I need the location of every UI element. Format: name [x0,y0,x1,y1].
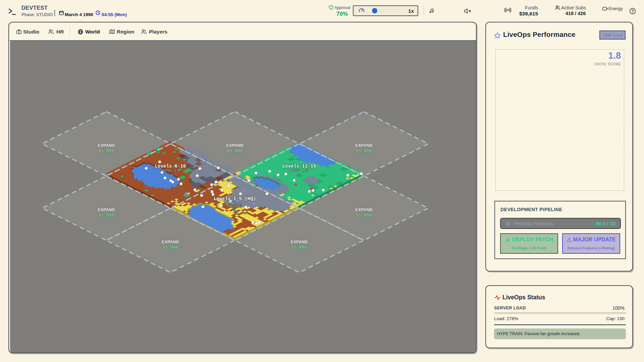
svg-text:EXPAND: EXPAND [290,240,308,244]
svg-text:Sector -1,0: Sector -1,0 [161,169,180,172]
svg-text:$5,000: $5,000 [99,148,114,154]
svg-text:EXPAND: EXPAND [355,143,372,148]
svg-text:EXPAND: EXPAND [226,143,243,148]
svg-text:Levels 1-5 (HQ): Levels 1-5 (HQ) [214,196,256,201]
svg-text:EXPAND: EXPAND [162,240,179,244]
svg-text:Sector 0,-1: Sector 0,-1 [290,169,309,172]
svg-text:Region 1: Region 1 [228,201,242,205]
svg-text:(ACTIVE): (ACTIVE) [227,205,242,208]
svg-text:$5,000: $5,000 [227,148,243,154]
svg-text:EXPAND: EXPAND [98,207,115,212]
svg-text:EXPAND: EXPAND [355,207,372,212]
svg-text:$5,000: $5,000 [356,148,372,154]
svg-text:Levels 6-10: Levels 6-10 [155,164,186,169]
svg-text:$5,000: $5,000 [163,245,178,250]
svg-text:$5,000: $5,000 [356,213,372,218]
svg-text:Levels 11-15: Levels 11-15 [282,164,316,169]
svg-text:$5,000: $5,000 [99,213,114,218]
svg-text:$5,000: $5,000 [291,245,307,250]
svg-text:EXPAND: EXPAND [98,143,115,148]
